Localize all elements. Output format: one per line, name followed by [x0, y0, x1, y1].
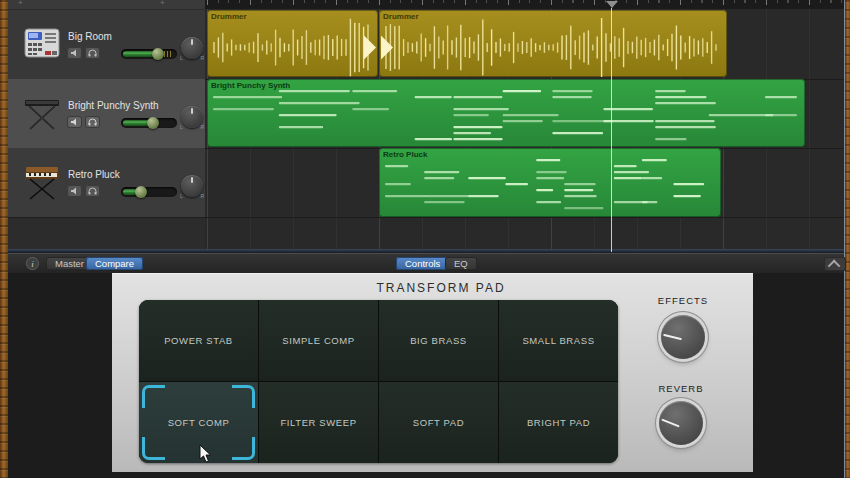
pan-left-label: L	[180, 55, 183, 61]
pad-label: SIMPLE COMP	[282, 335, 355, 346]
pad-big-brass[interactable]: BIG BRASS	[379, 300, 498, 381]
tab-controls[interactable]: Controls	[396, 257, 449, 270]
wood-desk-edge-left	[0, 0, 8, 478]
knob-pointer	[661, 419, 679, 428]
playhead-line[interactable]	[611, 8, 612, 252]
pad-label: SOFT COMP	[168, 417, 230, 428]
selection-bracket	[142, 437, 165, 460]
pan-right-label: R	[200, 55, 204, 61]
smart-controls-header: i Master Compare Controls EQ	[8, 253, 844, 275]
knob-pointer	[663, 334, 682, 341]
region-bright-punchy-synth[interactable]: Bright Punchy Synth	[207, 79, 805, 147]
info-icon: i	[31, 259, 34, 269]
transform-pad-panel: TRANSFORM PAD POWER STAB SIMPLE COMP BIG…	[112, 273, 753, 472]
solo-button[interactable]	[85, 47, 100, 59]
add-track-icon[interactable]: +	[18, 0, 23, 7]
reverb-knob-label: REVERB	[636, 383, 726, 394]
smart-controls-body: TRANSFORM PAD POWER STAB SIMPLE COMP BIG…	[8, 273, 844, 478]
selection-bracket	[142, 385, 165, 408]
track-name[interactable]: Retro Pluck	[68, 169, 120, 180]
solo-button[interactable]	[85, 116, 100, 128]
region-label: Bright Punchy Synth	[211, 81, 290, 90]
chevron-up-icon	[827, 259, 840, 272]
keyboard-synth-icon	[23, 92, 61, 132]
mute-icon	[70, 187, 79, 195]
tab-eq[interactable]: EQ	[445, 257, 477, 270]
effects-knob[interactable]	[661, 315, 705, 359]
pad-label: BRIGHT PAD	[527, 417, 590, 428]
garageband-window: + + Big Room	[0, 0, 850, 478]
pad-soft-pad[interactable]: SOFT PAD	[379, 382, 498, 463]
mouse-cursor	[198, 444, 212, 464]
track-headers: Big Room L R	[8, 9, 206, 252]
transform-pad-title: TRANSFORM PAD	[241, 281, 641, 295]
volume-slider[interactable]	[121, 118, 177, 128]
pad-label: FILTER SWEEP	[280, 417, 356, 428]
mute-button[interactable]	[67, 116, 82, 128]
mute-icon	[70, 49, 79, 57]
mute-button[interactable]	[67, 47, 82, 59]
volume-slider[interactable]	[121, 187, 177, 197]
region-drummer-2[interactable]: Drummer	[379, 10, 727, 77]
pad-small-brass[interactable]: SMALL BRASS	[499, 300, 618, 381]
region-drummer-1[interactable]: Drummer	[207, 10, 378, 77]
pan-right-label: R	[200, 193, 204, 199]
track-name[interactable]: Big Room	[68, 31, 112, 42]
track-name[interactable]: Bright Punchy Synth	[68, 100, 159, 111]
selection-bracket	[232, 385, 255, 408]
headphones-icon	[88, 187, 97, 195]
pan-knob[interactable]: L R	[181, 106, 203, 128]
pad-label: POWER STAB	[164, 335, 233, 346]
solo-button[interactable]	[85, 185, 100, 197]
pad-filter-sweep[interactable]: FILTER SWEEP	[259, 382, 378, 463]
headphones-icon	[88, 49, 97, 57]
transform-pad-grid: POWER STAB SIMPLE COMP BIG BRASS SMALL B…	[139, 300, 618, 463]
pad-label: SOFT PAD	[413, 417, 464, 428]
playhead-marker[interactable]	[606, 1, 618, 8]
track-header-retro-pluck[interactable]: Retro Pluck L R	[8, 148, 205, 218]
collapse-button[interactable]	[824, 257, 846, 271]
zoom-icon[interactable]: +	[160, 0, 165, 7]
pan-left-label: L	[180, 124, 183, 130]
compare-button[interactable]: Compare	[86, 257, 143, 270]
wood-desk-edge-right	[844, 0, 850, 478]
pan-knob[interactable]: L R	[181, 37, 203, 59]
drum-machine-icon	[23, 23, 61, 63]
pan-right-label: R	[200, 124, 204, 130]
pan-knob[interactable]: L R	[181, 175, 203, 197]
volume-slider[interactable]	[121, 49, 177, 59]
info-button[interactable]: i	[26, 257, 39, 270]
retro-synth-icon	[23, 161, 61, 201]
region-label: Retro Pluck	[383, 150, 427, 159]
region-label: Drummer	[211, 12, 247, 21]
pad-label: SMALL BRASS	[522, 335, 594, 346]
reverb-knob[interactable]	[659, 401, 703, 445]
region-label: Drummer	[383, 12, 419, 21]
selection-bracket	[232, 437, 255, 460]
mute-button[interactable]	[67, 185, 82, 197]
track-header-bright-punchy-synth[interactable]: Bright Punchy Synth L R	[8, 79, 205, 149]
pad-label: BIG BRASS	[410, 335, 467, 346]
pad-power-stab[interactable]: POWER STAB	[139, 300, 258, 381]
headphones-icon	[88, 118, 97, 126]
pan-left-label: L	[180, 193, 183, 199]
pad-simple-comp[interactable]: SIMPLE COMP	[259, 300, 378, 381]
region-retro-pluck[interactable]: Retro Pluck	[379, 148, 721, 217]
track-header-big-room[interactable]: Big Room L R	[8, 10, 205, 80]
mute-icon	[70, 118, 79, 126]
pad-bright-pad[interactable]: BRIGHT PAD	[499, 382, 618, 463]
effects-knob-label: EFFECTS	[638, 295, 728, 306]
